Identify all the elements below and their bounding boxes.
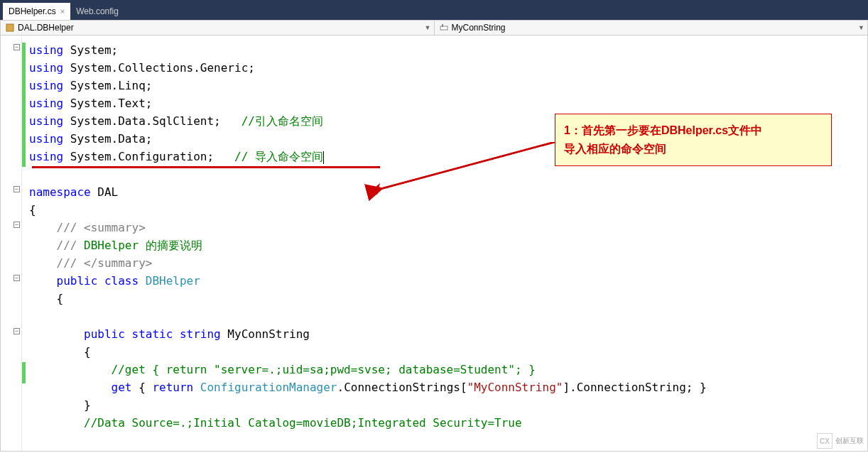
close-icon[interactable]: ×: [60, 7, 65, 16]
code-text: [193, 381, 200, 394]
keyword: namespace: [29, 185, 91, 199]
property-icon: [439, 23, 449, 33]
code-text: System.Collections.Generic;: [63, 61, 255, 75]
type-name: DBHelper: [139, 274, 200, 288]
comment: //引入命名空间: [242, 114, 323, 128]
tab-bar: DBHelper.cs × Web.config: [0, 0, 868, 20]
string-literal: "MyConnString": [467, 381, 563, 394]
keyword: static: [125, 327, 173, 341]
indent: [29, 274, 57, 288]
doc-comment: ///: [29, 239, 84, 252]
tab-label: Web.config: [76, 6, 119, 16]
doc-comment-text: DBHelper 的摘要说明: [84, 239, 202, 252]
fold-toggle-icon[interactable]: −: [13, 275, 20, 281]
code-text: }: [29, 398, 91, 412]
type-name: ConfigurationManager: [200, 381, 337, 394]
code-text: System.Configuration;: [63, 150, 234, 163]
indent: [29, 381, 112, 394]
keyword: get: [112, 381, 132, 394]
svg-rect-0: [6, 24, 13, 31]
keyword: public: [57, 274, 98, 288]
fold-toggle-icon[interactable]: −: [13, 328, 20, 334]
tab-dbhelper[interactable]: DBHelper.cs ×: [3, 3, 70, 20]
keyword: return: [152, 381, 193, 394]
code-text: ].ConnectionString; }: [563, 381, 706, 394]
code-editor[interactable]: − − − − − using System; using System.Col…: [0, 36, 868, 452]
code-text: {: [132, 381, 153, 394]
chevron-down-icon: ▼: [858, 24, 864, 31]
code-content[interactable]: using System; using System.Collections.G…: [22, 36, 867, 451]
member-dropdown-label: MyConnString: [452, 23, 506, 33]
class-dropdown-label: DAL.DBHelper: [18, 23, 74, 33]
keyword: using: [29, 132, 63, 146]
keyword: string: [173, 327, 220, 341]
code-text: System.Data.SqlClient;: [63, 114, 241, 128]
svg-rect-2: [442, 24, 443, 27]
watermark-text: 创新互联: [835, 436, 864, 446]
chevron-down-icon: ▼: [425, 24, 431, 31]
annotation-underline: [32, 166, 380, 168]
keyword: using: [29, 114, 63, 128]
gutter: − − − − −: [1, 36, 22, 451]
indent: [29, 327, 84, 341]
fold-toggle-icon[interactable]: −: [13, 222, 20, 228]
keyword: public: [84, 327, 125, 341]
doc-comment: /// </summary>: [29, 256, 152, 270]
code-text: .ConnectionStrings[: [337, 381, 467, 394]
code-text: {: [29, 292, 63, 305]
navigation-bar: DAL.DBHelper ▼ MyConnString ▼: [0, 20, 868, 36]
code-text: System.Linq;: [63, 79, 152, 92]
comment: // 导入命令空间: [234, 150, 323, 163]
keyword: using: [29, 79, 63, 92]
code-text: {: [29, 345, 91, 359]
fold-toggle-icon[interactable]: −: [13, 186, 20, 192]
identifier: MyConnString: [221, 327, 310, 341]
doc-comment: /// <summary>: [29, 221, 146, 234]
text-cursor: [323, 151, 324, 164]
annotation-callout: 1：首先第一步要在DBHelper.cs文件中 导入相应的命令空间: [555, 114, 832, 166]
code-text: System;: [63, 43, 118, 57]
keyword: using: [29, 97, 63, 110]
watermark: CX 创新互联: [817, 433, 864, 449]
member-dropdown[interactable]: MyConnString ▼: [435, 21, 868, 35]
svg-rect-1: [440, 26, 447, 30]
callout-line: 导入相应的命令空间: [564, 140, 823, 158]
code-text: System.Data;: [63, 132, 152, 146]
code-text: {: [29, 203, 36, 217]
keyword: using: [29, 150, 63, 163]
keyword: class: [97, 274, 139, 288]
watermark-logo: CX: [817, 433, 832, 449]
class-icon: [5, 23, 15, 33]
fold-toggle-icon[interactable]: −: [13, 44, 20, 50]
keyword: using: [29, 61, 63, 75]
class-dropdown[interactable]: DAL.DBHelper ▼: [1, 21, 435, 35]
tab-webconfig[interactable]: Web.config: [70, 3, 124, 20]
keyword: using: [29, 43, 63, 57]
comment: //Data Source=.;Initial Catalog=movieDB;…: [29, 416, 522, 430]
comment: //get { return "server=.;uid=sa;pwd=svse…: [29, 363, 536, 376]
callout-line: 1：首先第一步要在DBHelper.cs文件中: [564, 121, 823, 140]
code-text: DAL: [91, 185, 119, 199]
tab-label: DBHelper.cs: [9, 6, 56, 16]
code-text: System.Text;: [63, 97, 152, 110]
